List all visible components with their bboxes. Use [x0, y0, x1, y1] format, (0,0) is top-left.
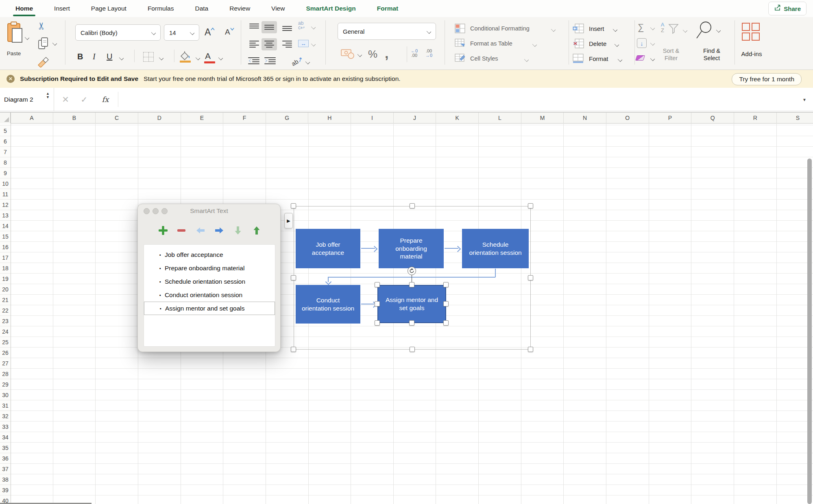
column-header[interactable]: G	[266, 113, 309, 123]
smartart-text-window[interactable]: SmartArt Text Job offer acceptance Prepa…	[137, 204, 281, 352]
column-header[interactable]: P	[649, 113, 692, 123]
column-header[interactable]: E	[181, 113, 224, 123]
vertical-scrollbar-thumb[interactable]	[807, 159, 812, 504]
try-free-button[interactable]: Try free for 1 month	[732, 73, 802, 85]
delete-cells-label[interactable]: Delete	[589, 40, 606, 47]
frame-handle-top-left[interactable]	[291, 203, 296, 209]
wrap-text-icon[interactable]: abc↩	[298, 21, 305, 30]
row-header[interactable]: 15	[0, 231, 11, 242]
conditional-formatting-label[interactable]: Conditional Formatting	[470, 25, 530, 32]
fill-dropdown-icon[interactable]	[650, 41, 655, 46]
copy-dropdown-icon[interactable]	[52, 41, 57, 46]
tab-data[interactable]: Data	[185, 0, 219, 17]
smartart-list-item[interactable]: Schedule orientation session	[144, 275, 275, 288]
frame-handle-bottom-center[interactable]	[410, 347, 415, 352]
find-select-dropdown-icon[interactable]	[716, 28, 721, 33]
align-center-icon[interactable]	[264, 40, 274, 50]
fill-down-icon[interactable]: ↓	[637, 38, 647, 48]
row-header[interactable]: 37	[0, 464, 11, 474]
formula-bar-expand-icon[interactable]: ▼	[802, 98, 806, 102]
borders-icon[interactable]	[143, 52, 154, 62]
row-header[interactable]: 17	[0, 252, 11, 263]
format-painter-icon[interactable]	[37, 56, 50, 69]
align-bottom-icon[interactable]	[282, 23, 292, 33]
move-down-arrow-icon[interactable]	[233, 225, 243, 236]
row-header[interactable]: 28	[0, 369, 11, 379]
smartart-list-item-selected[interactable]: Assign mentor and set goals	[144, 302, 275, 315]
diagram-box-conduct-session[interactable]: Conduct orientation session	[296, 285, 360, 324]
row-header[interactable]: 6	[0, 136, 11, 147]
accounting-dropdown-icon[interactable]	[357, 52, 362, 57]
align-right-icon[interactable]	[282, 40, 292, 50]
format-dropdown-icon[interactable]	[618, 57, 622, 62]
row-header[interactable]: 26	[0, 348, 11, 358]
frame-handle-mid-right[interactable]	[528, 275, 533, 280]
box-handle-mid-left[interactable]	[375, 301, 380, 306]
font-name-select[interactable]: Calibri (Body)	[75, 24, 161, 41]
box-handle-bottom-center[interactable]	[409, 320, 414, 326]
column-header[interactable]: R	[734, 113, 777, 123]
row-header[interactable]: 12	[0, 200, 11, 210]
row-header[interactable]: 22	[0, 305, 11, 316]
diagram-box-prepare-material[interactable]: Prepare onboarding material	[379, 229, 444, 268]
column-header[interactable]: C	[96, 113, 138, 123]
percent-style-button[interactable]: %	[368, 48, 377, 61]
box-handle-mid-right[interactable]	[443, 301, 449, 306]
decrease-indent-icon[interactable]	[248, 57, 259, 66]
smartart-list-item[interactable]: Conduct orientation session	[144, 288, 275, 302]
format-cells-label[interactable]: Format	[589, 55, 608, 62]
row-header[interactable]: 39	[0, 485, 11, 495]
underline-dropdown-icon[interactable]	[119, 56, 124, 60]
move-up-arrow-icon[interactable]	[251, 225, 262, 236]
demote-left-arrow-icon[interactable]	[195, 225, 206, 236]
smartart-pane-toggle-button[interactable]: ▶	[284, 213, 293, 228]
column-header[interactable]: N	[564, 113, 606, 123]
font-color-dropdown-icon[interactable]	[218, 56, 223, 60]
decrease-decimal-button[interactable]: .00→0	[425, 49, 432, 58]
format-as-table-label[interactable]: Format as Table	[470, 40, 512, 47]
row-header[interactable]: 9	[0, 168, 11, 178]
merge-dropdown-icon[interactable]	[311, 42, 316, 46]
row-header[interactable]: 10	[0, 178, 11, 189]
column-header[interactable]: A	[11, 113, 53, 123]
row-header[interactable]: 38	[0, 474, 11, 485]
row-header[interactable]: 14	[0, 221, 11, 231]
smartart-list-item[interactable]: Prepare onboarding material	[144, 261, 275, 275]
row-header[interactable]: 20	[0, 284, 11, 295]
column-header[interactable]: B	[53, 113, 96, 123]
remove-shape-icon[interactable]	[176, 225, 187, 236]
conditional-formatting-dropdown-icon[interactable]	[551, 27, 556, 32]
autosum-dropdown-icon[interactable]	[650, 26, 655, 30]
addins-icon[interactable]	[742, 23, 760, 41]
font-color-icon[interactable]: A	[205, 51, 211, 61]
column-header[interactable]: D	[138, 113, 181, 123]
addins-label[interactable]: Add-ins	[732, 50, 771, 57]
align-middle-icon[interactable]	[264, 23, 274, 33]
row-header[interactable]: 7	[0, 147, 11, 157]
paste-icon[interactable]	[7, 21, 23, 45]
row-header[interactable]: 29	[0, 379, 11, 390]
row-header[interactable]: 21	[0, 295, 11, 305]
tab-page-layout[interactable]: Page Layout	[81, 0, 137, 17]
cancel-icon[interactable]: ✕	[59, 88, 72, 111]
insert-cells-label[interactable]: Insert	[589, 25, 604, 32]
row-header[interactable]: 25	[0, 337, 11, 348]
row-header[interactable]: 36	[0, 453, 11, 464]
insert-function-icon[interactable]: fx	[99, 88, 111, 111]
diagram-box-job-offer[interactable]: Job offer acceptance	[296, 229, 360, 268]
name-box[interactable]: Diagram 2 ▲▼	[0, 88, 54, 111]
row-header[interactable]: 18	[0, 263, 11, 274]
enter-icon[interactable]: ✓	[78, 88, 90, 111]
row-header[interactable]: 34	[0, 432, 11, 443]
comma-style-button[interactable]: ,	[385, 46, 388, 61]
row-header[interactable]: 32	[0, 411, 11, 421]
copy-icon[interactable]	[38, 37, 49, 51]
insert-dropdown-icon[interactable]	[613, 27, 617, 32]
row-header[interactable]: 33	[0, 421, 11, 432]
row-header[interactable]: 24	[0, 326, 11, 337]
column-header[interactable]: F	[223, 113, 266, 123]
format-as-table-icon[interactable]	[455, 39, 465, 49]
column-header[interactable]: Q	[691, 113, 734, 123]
box-handle-top-right[interactable]	[443, 282, 449, 287]
column-header[interactable]: K	[436, 113, 479, 123]
